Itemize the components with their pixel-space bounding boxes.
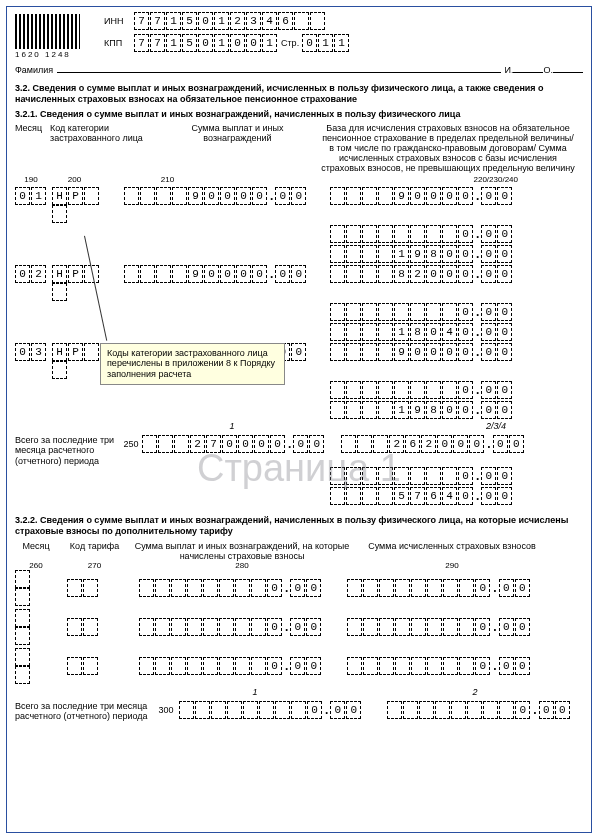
form-cell[interactable]: 8 [394,265,409,283]
form-cell[interactable] [442,467,457,485]
form-cell[interactable]: 0 [306,657,321,675]
form-cell[interactable]: 0 [515,701,530,719]
form-cell[interactable] [378,343,393,361]
form-cell[interactable]: 0 [267,579,282,597]
form-cell[interactable] [362,265,377,283]
form-cell[interactable] [187,579,202,597]
form-cell[interactable] [363,657,378,675]
form-cell[interactable]: 0 [458,381,473,399]
form-cell[interactable] [362,401,377,419]
form-cell[interactable]: 5 [182,34,197,52]
form-cell[interactable]: 7 [134,34,149,52]
form-cell[interactable] [346,381,361,399]
form-cell[interactable] [362,225,377,243]
form-cell[interactable]: 0 [497,187,512,205]
form-cell[interactable]: 0 [275,187,290,205]
form-cell[interactable] [378,187,393,205]
form-cell[interactable]: 0 [481,381,496,399]
form-cell[interactable] [330,381,345,399]
form-cell[interactable]: 0 [475,618,490,636]
form-cell[interactable]: 9 [410,245,425,263]
form-cell[interactable] [67,657,82,675]
form-cell[interactable]: 0 [469,435,484,453]
form-cell[interactable]: 0 [499,657,514,675]
form-cell[interactable]: 8 [410,323,425,341]
form-cell[interactable] [219,657,234,675]
form-cell[interactable]: 0 [426,323,441,341]
form-cell[interactable]: 0 [236,187,251,205]
form-cell[interactable] [378,401,393,419]
form-cell[interactable] [341,435,356,453]
form-cell[interactable]: 0 [442,265,457,283]
form-cell[interactable] [379,618,394,636]
form-cell[interactable] [346,323,361,341]
form-cell[interactable]: 0 [252,187,267,205]
form-cell[interactable] [410,381,425,399]
form-cell[interactable]: 0 [291,187,306,205]
form-cell[interactable]: 0 [15,343,30,361]
form-cell[interactable]: 0 [453,435,468,453]
form-cell[interactable] [346,245,361,263]
form-cell[interactable] [52,205,67,223]
form-cell[interactable]: 7 [410,487,425,505]
form-cell[interactable] [140,265,155,283]
form-cell[interactable]: 7 [134,12,149,30]
form-cell[interactable] [362,467,377,485]
form-cell[interactable] [84,343,99,361]
form-cell[interactable]: 0 [497,467,512,485]
form-cell[interactable] [67,579,82,597]
form-cell[interactable] [346,225,361,243]
form-cell[interactable]: 1 [334,34,349,52]
form-cell[interactable] [363,579,378,597]
form-cell[interactable] [158,435,173,453]
form-cell[interactable]: Р [68,343,83,361]
form-cell[interactable] [459,579,474,597]
form-cell[interactable]: 0 [458,303,473,321]
form-cell[interactable] [235,657,250,675]
form-cell[interactable] [427,579,442,597]
form-cell[interactable] [411,618,426,636]
form-cell[interactable]: 2 [230,12,245,30]
form-cell[interactable] [378,303,393,321]
form-cell[interactable] [378,245,393,263]
form-cell[interactable]: 0 [410,343,425,361]
form-cell[interactable] [84,187,99,205]
form-cell[interactable]: 0 [458,487,473,505]
form-cell[interactable]: 1 [214,34,229,52]
form-cell[interactable]: 0 [254,435,269,453]
form-cell[interactable] [83,579,98,597]
form-cell[interactable]: Н [52,187,67,205]
form-cell[interactable] [124,187,139,205]
form-cell[interactable]: 0 [442,343,457,361]
form-cell[interactable]: 0 [220,265,235,283]
form-cell[interactable] [330,401,345,419]
form-cell[interactable]: 1 [394,323,409,341]
form-cell[interactable]: 9 [394,343,409,361]
form-cell[interactable] [435,701,450,719]
form-cell[interactable] [179,701,194,719]
form-cell[interactable]: 0 [481,187,496,205]
form-cell[interactable] [172,187,187,205]
form-cell[interactable] [459,657,474,675]
form-cell[interactable] [378,487,393,505]
form-cell[interactable]: 0 [330,701,345,719]
form-cell[interactable]: 0 [497,401,512,419]
form-cell[interactable]: 0 [246,34,261,52]
form-cell[interactable] [443,657,458,675]
form-cell[interactable] [251,657,266,675]
form-cell[interactable]: 0 [515,618,530,636]
form-cell[interactable] [395,657,410,675]
form-cell[interactable] [362,245,377,263]
form-cell[interactable]: Р [68,265,83,283]
form-cell[interactable] [378,323,393,341]
form-cell[interactable]: 0 [290,618,305,636]
form-cell[interactable] [395,579,410,597]
form-cell[interactable]: 0 [458,187,473,205]
form-cell[interactable] [378,467,393,485]
form-cell[interactable] [451,701,466,719]
form-cell[interactable] [346,487,361,505]
form-cell[interactable] [442,381,457,399]
form-cell[interactable] [379,579,394,597]
form-cell[interactable] [357,435,372,453]
form-cell[interactable]: 6 [405,435,420,453]
